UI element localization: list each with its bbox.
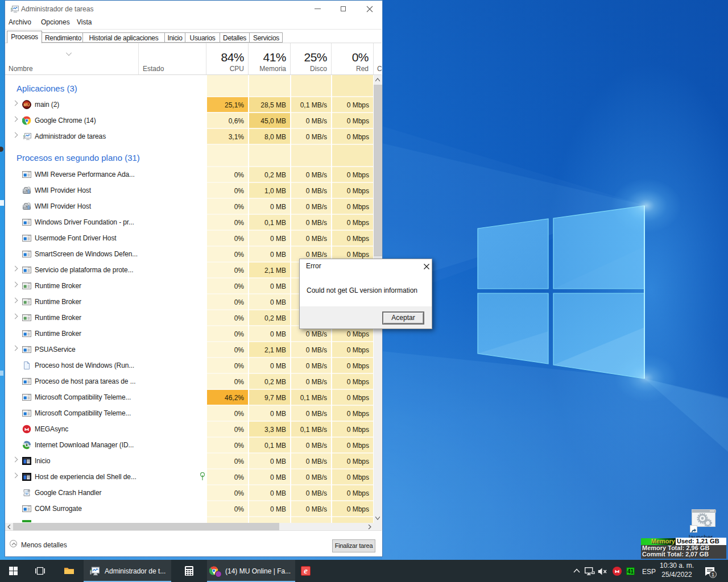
svg-text:MU: MU [24,103,30,107]
